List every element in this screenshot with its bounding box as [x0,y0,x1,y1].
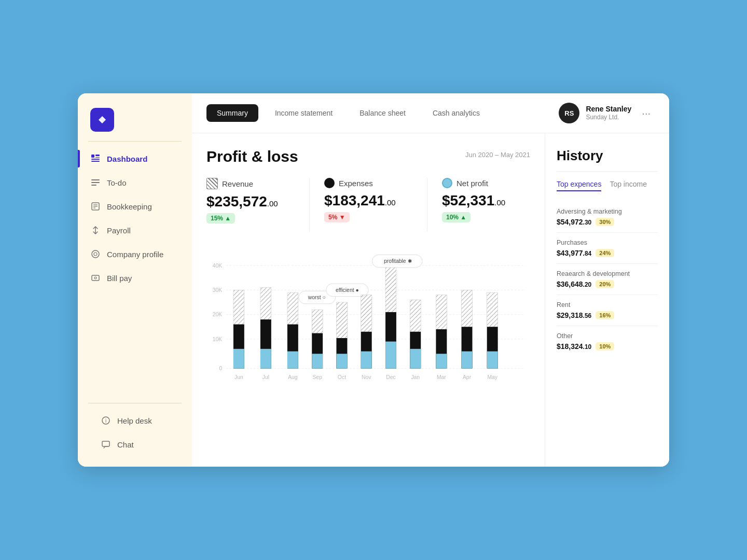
chat-icon [101,439,111,450]
svg-rect-6 [91,182,100,183]
svg-rect-62 [436,354,447,368]
expense-row: $54,972.30 30% [557,218,658,226]
expense-amount: $54,972.30 [557,218,591,226]
revenue-label: Revenue [222,179,253,188]
svg-text:efficient ●: efficient ● [336,287,359,293]
tab-balance-sheet[interactable]: Balance sheet [349,104,416,122]
user-text: Rene Stanley Sunday Ltd. [586,104,631,122]
revenue-badge: 15% ▲ [206,213,235,223]
svg-text:worst ○: worst ○ [308,295,326,300]
user-company: Sunday Ltd. [586,114,631,122]
app-container: Dashboard To-do [78,93,669,467]
panel-header: Profit & loss Jun 2020 – May 2021 [206,148,530,165]
svg-text:Nov: Nov [362,374,371,380]
date-range: Jun 2020 – May 2021 [465,151,530,159]
expense-item-rent: Rent $29,318.56 16% [557,295,658,326]
net-profit-label: Net profit [457,179,488,188]
tab-income-statement[interactable]: Income statement [265,104,343,122]
sidebar-item-label: Company profile [107,250,163,259]
svg-point-12 [92,250,99,258]
svg-text:30K: 30K [213,287,223,293]
sidebar-item-help-desk[interactable]: i Help desk [88,409,182,432]
svg-rect-7 [91,185,96,186]
dashboard-icon [90,153,101,164]
net-profit-value: $52,331.00 [442,192,530,209]
expense-name: Other [557,332,658,340]
panel-title: Profit & loss [206,148,298,165]
sidebar-item-dashboard[interactable]: Dashboard [78,147,192,171]
svg-rect-46 [337,354,348,368]
svg-rect-59 [410,349,421,369]
metrics-row: Revenue $235,572.00 15% ▲ Expenses [206,178,530,232]
user-info: RS Rene Stanley Sunday Ltd. ··· [559,103,655,123]
expense-row: $43,977.84 24% [557,249,658,257]
expense-name: Reaearch & development [557,270,658,277]
expense-pct: 24% [596,249,614,257]
expenses-label: Expenses [339,179,373,188]
expense-row: $36,648.20 20% [557,280,658,288]
expense-pct: 30% [596,218,614,226]
expense-item-research: Reaearch & development $36,648.20 20% [557,264,658,295]
expenses-badge: 5% ▼ [324,212,350,222]
bill-pay-icon [90,273,101,283]
expense-pct: 16% [596,311,614,319]
tab-top-expenses[interactable]: Top expences [557,180,601,191]
sidebar-bottom: i Help desk Chat [88,403,182,467]
expense-row: $29,318.56 16% [557,311,658,319]
todo-icon [90,177,101,188]
history-title: History [557,148,658,164]
svg-text:Sep: Sep [312,374,322,380]
sidebar-item-bill-pay[interactable]: Bill pay [78,266,192,290]
svg-rect-18 [102,441,109,446]
metric-net-profit: Net profit $52,331.00 10% ▲ [442,178,530,232]
svg-text:20K: 20K [213,312,223,317]
svg-text:40K: 40K [213,263,223,269]
sidebar: Dashboard To-do [78,93,192,467]
sidebar-item-company-profile[interactable]: Company profile [78,242,192,266]
svg-point-15 [94,277,96,279]
expense-amount: $29,318.56 [557,311,591,319]
sidebar-item-bookkeeping[interactable]: Bookkeeping [78,194,192,218]
svg-text:profitable ✱: profitable ✱ [384,258,412,264]
svg-rect-1 [95,155,100,156]
main-panel: Profit & loss Jun 2020 – May 2021 Revenu… [192,133,545,467]
company-profile-icon [90,249,101,259]
svg-rect-41 [312,354,323,368]
sidebar-item-payroll[interactable]: Payroll [78,218,192,242]
svg-text:Dec: Dec [386,374,395,380]
svg-rect-32 [233,349,244,369]
chart-area: 40K 30K 20K 10K 0 [206,246,530,412]
sidebar-nav: Dashboard To-do [78,147,192,403]
more-button[interactable]: ··· [638,105,655,121]
expense-amount: $18,324.10 [557,342,591,351]
svg-rect-5 [91,179,100,180]
tab-cash-analytics[interactable]: Cash analytics [422,104,490,122]
expense-name: Rent [557,301,658,309]
avatar: RS [559,103,579,123]
sidebar-item-label: To-do [107,178,127,187]
svg-text:Jul: Jul [262,374,269,380]
history-tabs: Top expences Top income [557,180,658,191]
tab-summary[interactable]: Summary [206,104,258,122]
sidebar-item-chat[interactable]: Chat [88,432,182,456]
header: Summary Income statement Balance sheet C… [192,93,669,133]
svg-text:May: May [487,374,497,380]
sidebar-item-todo[interactable]: To-do [78,171,192,194]
expense-amount: $36,648.20 [557,280,591,288]
svg-text:Mar: Mar [437,374,446,380]
expense-pct: 10% [596,342,614,351]
sidebar-item-label: Chat [117,440,134,449]
user-name: Rene Stanley [586,104,631,114]
svg-text:Oct: Oct [338,374,346,380]
svg-rect-51 [361,352,372,369]
svg-rect-35 [260,349,271,369]
tab-top-income[interactable]: Top income [610,180,647,191]
svg-text:0: 0 [219,366,222,371]
metric-label-row: Net profit [442,178,530,188]
logo-icon [90,108,114,132]
expense-amount: $43,977.84 [557,249,591,257]
expense-row: $18,324.10 10% [557,342,658,351]
svg-text:Apr: Apr [463,374,472,380]
main-content: Summary Income statement Balance sheet C… [192,93,669,467]
expense-item-advertising: Adversing & marketing $54,972.30 30% [557,202,658,233]
